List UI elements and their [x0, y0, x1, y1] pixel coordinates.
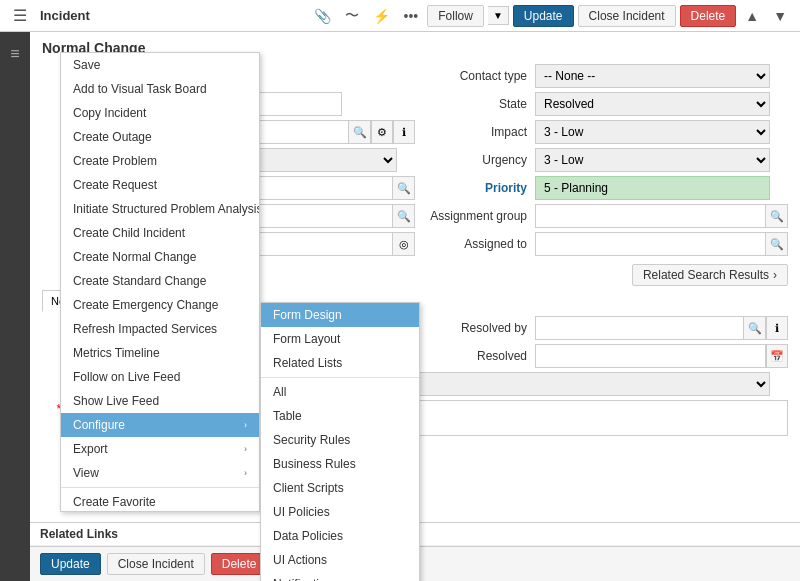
menu-item-copy-incident[interactable]: Copy Incident	[61, 101, 259, 125]
activity-icon[interactable]: ⚡	[368, 6, 395, 26]
contact-type-select[interactable]: -- None --	[535, 64, 770, 88]
close-incident-bottom-button[interactable]: Close Incident	[107, 553, 205, 575]
menu-item-create-fav[interactable]: Create Favorite	[61, 490, 259, 512]
assigned-to-search-icon[interactable]: 🔍	[766, 232, 788, 256]
contact-type-label: Contact type	[415, 69, 535, 83]
menu-item-show-live[interactable]: Show Live Feed	[61, 389, 259, 413]
urgency-label: Urgency	[415, 153, 535, 167]
submenu-form-layout[interactable]: Form Layout	[261, 327, 419, 351]
menu-item-create-request[interactable]: Create Request	[61, 173, 259, 197]
left-nav: ≡	[0, 32, 30, 581]
delete-bottom-button[interactable]: Delete	[211, 553, 268, 575]
submenu-security-rules[interactable]: Security Rules	[261, 428, 419, 452]
content-area: Normal Change Contact type -- None -- Nu…	[30, 32, 800, 581]
resolved-label: Resolved	[415, 349, 535, 363]
scroll-down-icon[interactable]: ▼	[768, 6, 792, 26]
assignment-group-label: Assignment group	[415, 209, 535, 223]
submenu-client-scripts[interactable]: Client Scripts	[261, 476, 419, 500]
resolved-by-search-icon[interactable]: 🔍	[744, 316, 766, 340]
resolved-by-input-group: System Administrator 🔍 ℹ	[535, 316, 788, 340]
menu-item-refresh[interactable]: Refresh Impacted Services	[61, 317, 259, 341]
impact-select[interactable]: 3 - Low	[535, 120, 770, 144]
assignment-group-search-icon[interactable]: 🔍	[766, 204, 788, 228]
submenu-all[interactable]: All	[261, 380, 419, 404]
cmpr-icon[interactable]: ◎	[393, 232, 415, 256]
assigned-to-label: Assigned to	[415, 237, 535, 251]
urgency-select[interactable]: 3 - Low	[535, 148, 770, 172]
submenu-ui-policies[interactable]: UI Policies	[261, 500, 419, 524]
menu-item-create-normal[interactable]: Create Normal Change	[61, 245, 259, 269]
update-button[interactable]: Update	[513, 5, 574, 27]
resolved-by-label: Resolved by	[415, 321, 535, 335]
caller-search-icon[interactable]: 🔍	[349, 120, 371, 144]
resolved-calendar-icon[interactable]: 📅	[766, 344, 788, 368]
form-right-resolved-date: Resolved 2020-01-20 17:23:41 📅	[415, 344, 788, 368]
state-label: State	[415, 97, 535, 111]
menu-item-initiate[interactable]: Initiate Structured Problem Analysis	[61, 197, 259, 221]
submenu-table[interactable]: Table	[261, 404, 419, 428]
close-incident-header-button[interactable]: Close Incident	[578, 5, 676, 27]
form-right-priority: Priority 5 - Planning	[415, 176, 788, 200]
assignment-group-input[interactable]	[535, 204, 766, 228]
menu-item-view[interactable]: View ›	[61, 461, 259, 485]
delete-header-button[interactable]: Delete	[680, 5, 737, 27]
page-title: Incident	[40, 8, 90, 23]
menu-item-create-problem[interactable]: Create Problem	[61, 149, 259, 173]
menu-item-create-outage[interactable]: Create Outage	[61, 125, 259, 149]
more-options-icon[interactable]: •••	[399, 6, 424, 26]
attach-icon[interactable]: 📎	[309, 6, 336, 26]
resolved-input[interactable]: 2020-01-20 17:23:41	[535, 344, 766, 368]
header-actions: 📎 〜 ⚡ ••• Follow ▼ Update Close Incident…	[309, 5, 792, 27]
priority-label: Priority	[415, 181, 535, 195]
assigned-to-input[interactable]	[535, 232, 766, 256]
menu-item-configure[interactable]: Configure ›	[61, 413, 259, 437]
follow-dropdown-icon[interactable]: ▼	[488, 6, 509, 25]
form-right-assignment: Assignment group 🔍	[415, 204, 788, 228]
caller-info-icon[interactable]: ℹ	[393, 120, 415, 144]
configure-submenu: Form Design Form Layout Related Lists Al…	[260, 302, 420, 581]
form-right-contact: Contact type -- None --	[415, 64, 788, 88]
context-menu: Save Add to Visual Task Board Copy Incid…	[60, 52, 260, 512]
header: ☰ Incident 📎 〜 ⚡ ••• Follow ▼ Update Clo…	[0, 0, 800, 32]
menu-item-follow-live[interactable]: Follow on Live Feed	[61, 365, 259, 389]
form-right-resolved-by: Resolved by System Administrator 🔍 ℹ	[415, 316, 788, 340]
main-layout: ≡ Normal Change Contact type -- None -- …	[0, 32, 800, 581]
assigned-to-input-group: 🔍	[535, 232, 788, 256]
resolved-by-input[interactable]: System Administrator	[535, 316, 744, 340]
impact-label: Impact	[415, 125, 535, 139]
menu-item-add-visual[interactable]: Add to Visual Task Board	[61, 77, 259, 101]
priority-value: 5 - Planning	[535, 176, 770, 200]
menu-item-export[interactable]: Export ›	[61, 437, 259, 461]
assignment-group-input-group: 🔍	[535, 204, 788, 228]
resolved-by-info-icon[interactable]: ℹ	[766, 316, 788, 340]
menu-item-create-standard[interactable]: Create Standard Change	[61, 269, 259, 293]
submenu-related-lists[interactable]: Related Lists	[261, 351, 419, 375]
graph-icon[interactable]: 〜	[340, 5, 364, 27]
nav-icon-1[interactable]: ≡	[1, 40, 29, 68]
menu-icon[interactable]: ☰	[8, 4, 32, 27]
co-search-icon[interactable]: 🔍	[393, 204, 415, 228]
form-right-state: State Resolved	[415, 92, 788, 116]
submenu-business-rules[interactable]: Business Rules	[261, 452, 419, 476]
scroll-up-icon[interactable]: ▲	[740, 6, 764, 26]
form-right-impact: Impact 3 - Low	[415, 120, 788, 144]
state-select[interactable]: Resolved	[535, 92, 770, 116]
menu-item-create-child[interactable]: Create Child Incident	[61, 221, 259, 245]
submenu-notifications[interactable]: Notifications	[261, 572, 419, 581]
submenu-ui-actions[interactable]: UI Actions	[261, 548, 419, 572]
menu-item-metrics[interactable]: Metrics Timeline	[61, 341, 259, 365]
menu-item-save[interactable]: Save	[61, 53, 259, 77]
related-search-results-button[interactable]: Related Search Results ›	[632, 264, 788, 286]
caller-relate-icon[interactable]: ⚙	[371, 120, 393, 144]
submenu-data-policies[interactable]: Data Policies	[261, 524, 419, 548]
subcategory-search-icon[interactable]: 🔍	[393, 176, 415, 200]
submenu-form-design[interactable]: Form Design	[261, 303, 419, 327]
follow-button[interactable]: Follow	[427, 5, 484, 27]
form-right-urgency: Urgency 3 - Low	[415, 148, 788, 172]
menu-item-create-emergency[interactable]: Create Emergency Change	[61, 293, 259, 317]
update-bottom-button[interactable]: Update	[40, 553, 101, 575]
form-right-assigned: Assigned to 🔍	[415, 232, 788, 256]
